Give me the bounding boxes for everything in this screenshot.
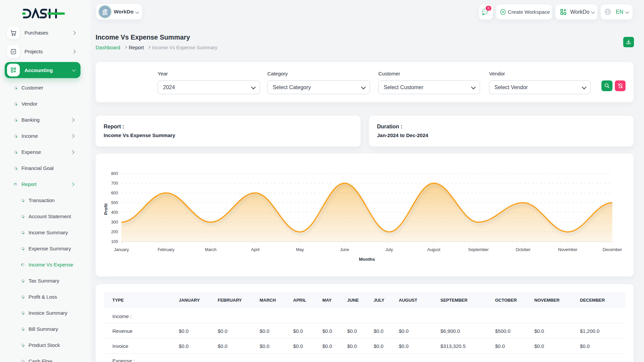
svg-text:700: 700 <box>111 181 118 186</box>
svg-text:February: February <box>158 247 175 252</box>
svg-text:600: 600 <box>111 191 118 195</box>
svg-text:June: June <box>340 247 349 252</box>
svg-text:September: September <box>468 247 489 252</box>
svg-text:March: March <box>205 247 217 252</box>
svg-text:Profit: Profit <box>103 203 108 215</box>
svg-text:100: 100 <box>111 239 118 244</box>
svg-text:October: October <box>516 247 530 252</box>
svg-text:December: December <box>603 247 622 252</box>
svg-text:August: August <box>427 247 440 252</box>
svg-text:400: 400 <box>111 210 118 215</box>
svg-text:500: 500 <box>111 200 118 205</box>
svg-text:November: November <box>558 247 578 252</box>
svg-text:January: January <box>114 247 129 252</box>
svg-text:Months: Months <box>359 257 375 262</box>
svg-text:200: 200 <box>111 230 118 234</box>
svg-text:800: 800 <box>111 171 118 176</box>
svg-text:300: 300 <box>111 220 118 225</box>
svg-text:April: April <box>251 247 260 252</box>
svg-text:July: July <box>385 247 393 252</box>
svg-text:May: May <box>296 247 304 252</box>
